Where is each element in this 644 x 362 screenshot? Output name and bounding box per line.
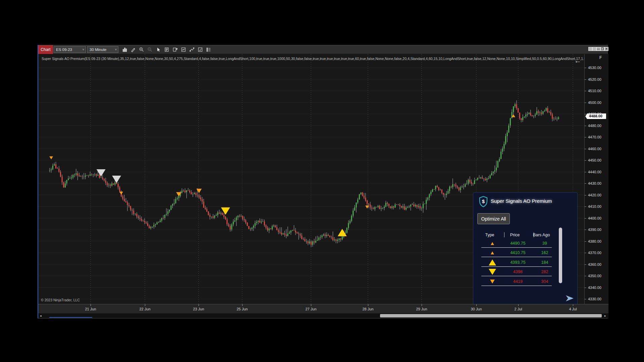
signal-down-triangle (119, 192, 123, 195)
price-tick (585, 253, 586, 253)
scrollbar-thumb[interactable] (380, 314, 602, 317)
up-triangle-icon (491, 251, 494, 254)
price-axis-label: 4370.00 (588, 251, 601, 255)
signal-down-triangle (49, 157, 53, 160)
table-header-price: Price (500, 233, 529, 238)
price-tick (585, 230, 586, 230)
toolbar: Chart ES 09-23 ˅ 30 Minute ˅ —❐✕ (38, 45, 607, 54)
down-triangle-icon (490, 280, 495, 284)
row-separator (481, 276, 552, 276)
row-separator (481, 286, 552, 286)
time-axis-label: 28 Jun (362, 307, 373, 311)
signal-price-cell: 4393.75 (503, 258, 532, 267)
data-series-icon[interactable] (163, 46, 170, 53)
price-axis-label: 4440.00 (588, 170, 601, 174)
row-separator (481, 247, 552, 248)
back-arrow-icon[interactable]: ← (574, 57, 581, 65)
price-axis-label: 4390.00 (588, 228, 601, 232)
signal-down-triangle (365, 205, 369, 208)
instrument-select[interactable]: ES 09-23 ˅ (54, 46, 86, 53)
signal-type-cell (481, 277, 503, 286)
signal-bars-ago-cell: 39 (533, 239, 556, 248)
scroll-range-indicator (49, 317, 92, 318)
chart-canvas[interactable]: Super Signals AO Premium(ES 09-23 (30 Mi… (38, 54, 584, 304)
price-tick (585, 91, 586, 91)
price-tick (585, 149, 586, 149)
restore-button[interactable]: ❐ (600, 47, 604, 51)
interval-select[interactable]: 30 Minute ˅ (87, 46, 118, 53)
price-axis-label: 4330.00 (588, 297, 601, 301)
down-triangle-icon (489, 269, 496, 275)
price-axis-label: 4450.00 (588, 158, 601, 162)
price-axis-label: 4520.00 (588, 77, 601, 81)
price-tick (585, 241, 586, 242)
copyright-label: © 2023 NinjaTrader, LLC (41, 298, 80, 302)
chart-tab[interactable]: Chart (38, 45, 53, 54)
toolbar-button-2[interactable] (592, 47, 596, 51)
chart-trader-icon[interactable] (172, 46, 178, 53)
zoom-out-icon[interactable] (147, 46, 153, 53)
horizontal-scrollbar[interactable]: ◂ ▸ (38, 313, 608, 318)
signal-down-triangle (196, 189, 202, 193)
toolbar-icons (121, 46, 212, 53)
price-axis[interactable]: F 4488.00 4530.004520.004510.004500.0044… (584, 54, 608, 304)
time-tick (422, 304, 422, 306)
signal-price-cell: 4419 (503, 277, 532, 286)
strategies-icon[interactable] (197, 46, 204, 53)
send-arrow-icon[interactable] (565, 293, 575, 304)
zoom-in-icon[interactable] (138, 46, 145, 53)
signal-type-cell (481, 248, 503, 257)
price-axis-label: 4380.00 (588, 239, 601, 243)
price-axis-label: 4480.00 (588, 124, 601, 128)
scroll-left-icon[interactable]: ◂ (40, 314, 42, 317)
chart-window: Chart ES 09-23 ˅ 30 Minute ˅ —❐✕ Super S… (38, 45, 608, 318)
time-axis-label: 25 Jun (236, 307, 248, 311)
chart-style-icon[interactable] (121, 46, 128, 53)
price-axis-label: 4510.00 (588, 89, 601, 93)
optimize-all-button[interactable]: Optimize All (477, 213, 510, 224)
time-tick (476, 304, 477, 306)
time-axis[interactable]: 21 Jun22 Jun23 Jun25 Jun27 Jun28 Jun29 J… (38, 304, 584, 313)
signal-price-cell: 4398 (503, 267, 532, 277)
price-tick (585, 276, 586, 276)
price-tick (585, 103, 586, 103)
minimize-button[interactable]: — (596, 47, 600, 51)
close-button[interactable]: ✕ (604, 47, 608, 51)
price-tick (585, 288, 586, 288)
signal-type-cell (481, 267, 503, 277)
toolbar-button-1[interactable] (588, 47, 592, 51)
time-tick (573, 304, 573, 306)
time-tick (368, 304, 368, 306)
chevron-down-icon: ˅ (115, 47, 117, 53)
signal-bars-ago-cell: 184 (533, 258, 556, 267)
indicators-icon[interactable] (180, 46, 187, 53)
price-tick (585, 126, 586, 126)
price-axis-label: 4460.00 (588, 147, 601, 151)
scroll-right-icon[interactable]: ▸ (604, 314, 606, 317)
price-axis-label: 4340.00 (588, 286, 601, 290)
signal-down-triangle (112, 176, 121, 183)
svg-text:$: $ (482, 198, 485, 204)
time-tick (199, 304, 199, 306)
time-axis-label: 4 Jul (569, 307, 577, 311)
drawing-tools-icon[interactable] (189, 46, 195, 53)
price-axis-corner-label: F (599, 55, 602, 60)
up-triangle-icon (489, 259, 496, 265)
time-tick (311, 304, 311, 306)
draw-icon[interactable] (130, 46, 137, 53)
properties-icon[interactable] (205, 46, 212, 53)
header-separator (504, 232, 504, 237)
price-tick (585, 299, 586, 299)
price-axis-label: 4530.00 (588, 66, 601, 70)
price-tick (585, 137, 586, 137)
price-axis-label: 4410.00 (588, 204, 601, 208)
chevron-down-icon: ˅ (83, 47, 84, 53)
time-axis-label: 21 Jun (85, 307, 96, 311)
panel-scrollbar[interactable] (559, 228, 562, 283)
interval-label: 30 Minute (90, 48, 107, 52)
time-axis-label: 22 Jun (139, 307, 150, 311)
signal-bars-ago-cell: 304 (533, 277, 556, 286)
cursor-icon[interactable] (155, 46, 162, 53)
table-header-type: Type (479, 233, 501, 238)
price-axis-label: 4360.00 (588, 262, 601, 266)
